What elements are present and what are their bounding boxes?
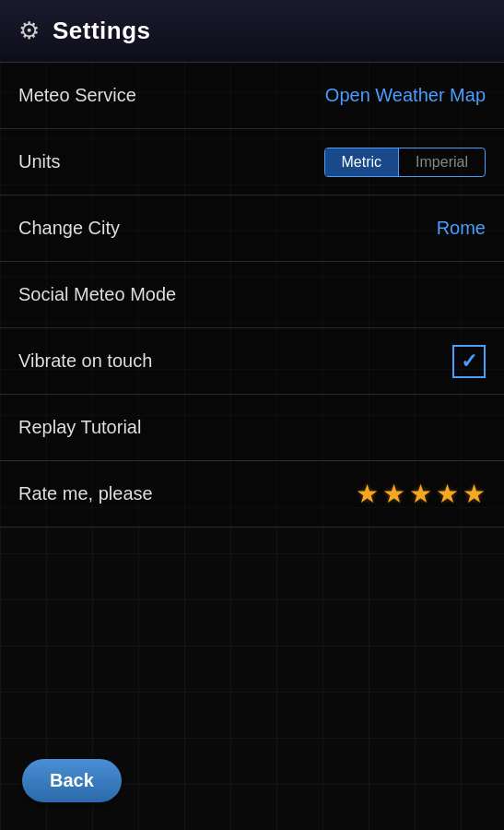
star-3[interactable]: ★: [409, 479, 432, 509]
checkmark-icon: ✓: [461, 351, 477, 372]
rate-me-label: Rate me, please: [18, 483, 153, 504]
social-meteo-row[interactable]: Social Meteo Mode: [0, 262, 504, 328]
change-city-value: Rome: [437, 218, 486, 239]
imperial-option[interactable]: Imperial: [399, 148, 485, 176]
vibrate-checkbox[interactable]: ✓: [452, 345, 486, 378]
social-meteo-label: Social Meteo Mode: [18, 284, 176, 305]
units-row: Units Metric Imperial: [0, 129, 504, 196]
star-2[interactable]: ★: [382, 479, 405, 509]
change-city-row[interactable]: Change City Rome: [0, 196, 504, 262]
back-button[interactable]: Back: [22, 759, 122, 802]
units-label: Units: [18, 151, 61, 172]
vibrate-touch-row[interactable]: Vibrate on touch ✓: [0, 328, 504, 395]
star-1[interactable]: ★: [356, 479, 379, 509]
star-4[interactable]: ★: [436, 479, 459, 509]
meteo-service-label: Meteo Service: [18, 85, 136, 106]
page-title: Settings: [53, 17, 151, 45]
metric-option[interactable]: Metric: [325, 148, 400, 176]
meteo-service-value: Open Weather Map: [325, 85, 486, 106]
units-toggle[interactable]: Metric Imperial: [324, 148, 486, 177]
settings-list: Meteo Service Open Weather Map Units Met…: [0, 63, 504, 528]
settings-header: ⚙ Settings: [0, 0, 504, 63]
change-city-label: Change City: [18, 218, 120, 239]
meteo-service-row[interactable]: Meteo Service Open Weather Map: [0, 63, 504, 129]
vibrate-touch-label: Vibrate on touch: [18, 350, 152, 372]
replay-tutorial-row[interactable]: Replay Tutorial: [0, 395, 504, 461]
replay-tutorial-label: Replay Tutorial: [18, 417, 141, 438]
star-5[interactable]: ★: [463, 479, 486, 509]
main-content: ⚙ Settings Meteo Service Open Weather Ma…: [0, 0, 504, 830]
rate-me-row[interactable]: Rate me, please ★ ★ ★ ★ ★: [0, 461, 504, 528]
stars-container[interactable]: ★ ★ ★ ★ ★: [356, 479, 486, 509]
gear-icon: ⚙: [18, 17, 40, 45]
